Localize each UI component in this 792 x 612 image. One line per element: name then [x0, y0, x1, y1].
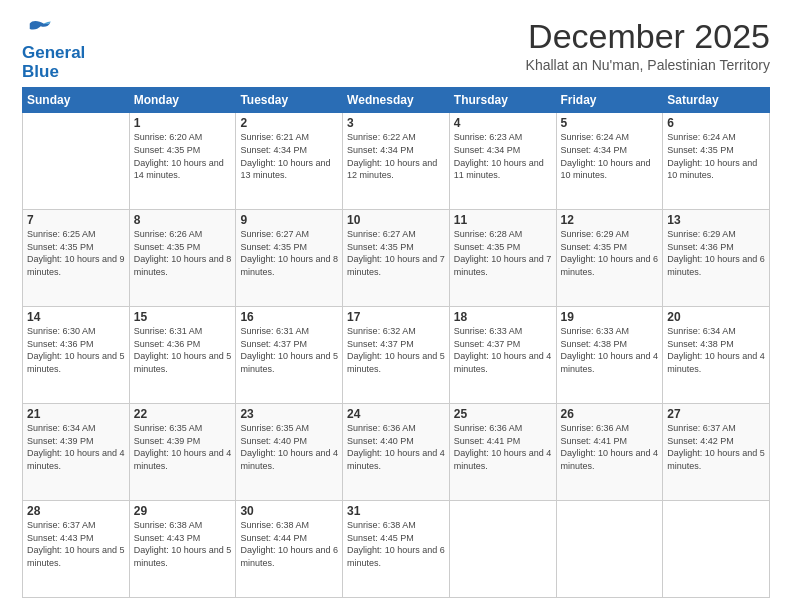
- day-number: 30: [240, 504, 338, 518]
- weekday-header-sunday: Sunday: [23, 88, 130, 113]
- logo: General Blue: [22, 18, 85, 81]
- day-cell: 17Sunrise: 6:32 AM Sunset: 4:37 PM Dayli…: [343, 307, 450, 404]
- day-number: 16: [240, 310, 338, 324]
- day-cell: 21Sunrise: 6:34 AM Sunset: 4:39 PM Dayli…: [23, 404, 130, 501]
- day-info: Sunrise: 6:31 AM Sunset: 4:37 PM Dayligh…: [240, 325, 338, 375]
- day-number: 6: [667, 116, 765, 130]
- page-header: General Blue December 2025 Khallat an Nu…: [22, 18, 770, 81]
- day-number: 23: [240, 407, 338, 421]
- day-cell: 3Sunrise: 6:22 AM Sunset: 4:34 PM Daylig…: [343, 113, 450, 210]
- day-cell: 15Sunrise: 6:31 AM Sunset: 4:36 PM Dayli…: [129, 307, 236, 404]
- day-number: 31: [347, 504, 445, 518]
- weekday-header-row: SundayMondayTuesdayWednesdayThursdayFrid…: [23, 88, 770, 113]
- day-number: 14: [27, 310, 125, 324]
- day-info: Sunrise: 6:31 AM Sunset: 4:36 PM Dayligh…: [134, 325, 232, 375]
- day-info: Sunrise: 6:35 AM Sunset: 4:40 PM Dayligh…: [240, 422, 338, 472]
- day-cell: 23Sunrise: 6:35 AM Sunset: 4:40 PM Dayli…: [236, 404, 343, 501]
- week-row-2: 7Sunrise: 6:25 AM Sunset: 4:35 PM Daylig…: [23, 210, 770, 307]
- day-cell: 24Sunrise: 6:36 AM Sunset: 4:40 PM Dayli…: [343, 404, 450, 501]
- day-number: 27: [667, 407, 765, 421]
- day-number: 10: [347, 213, 445, 227]
- day-number: 4: [454, 116, 552, 130]
- day-cell: 13Sunrise: 6:29 AM Sunset: 4:36 PM Dayli…: [663, 210, 770, 307]
- day-number: 12: [561, 213, 659, 227]
- day-cell: [663, 501, 770, 598]
- day-cell: 9Sunrise: 6:27 AM Sunset: 4:35 PM Daylig…: [236, 210, 343, 307]
- day-number: 22: [134, 407, 232, 421]
- day-number: 25: [454, 407, 552, 421]
- location-subtitle: Khallat an Nu'man, Palestinian Territory: [526, 57, 770, 73]
- day-cell: 22Sunrise: 6:35 AM Sunset: 4:39 PM Dayli…: [129, 404, 236, 501]
- day-number: 9: [240, 213, 338, 227]
- weekday-header-thursday: Thursday: [449, 88, 556, 113]
- day-info: Sunrise: 6:24 AM Sunset: 4:34 PM Dayligh…: [561, 131, 659, 181]
- day-number: 26: [561, 407, 659, 421]
- day-cell: 11Sunrise: 6:28 AM Sunset: 4:35 PM Dayli…: [449, 210, 556, 307]
- day-info: Sunrise: 6:27 AM Sunset: 4:35 PM Dayligh…: [240, 228, 338, 278]
- day-cell: 1Sunrise: 6:20 AM Sunset: 4:35 PM Daylig…: [129, 113, 236, 210]
- week-row-4: 21Sunrise: 6:34 AM Sunset: 4:39 PM Dayli…: [23, 404, 770, 501]
- day-number: 7: [27, 213, 125, 227]
- day-cell: 7Sunrise: 6:25 AM Sunset: 4:35 PM Daylig…: [23, 210, 130, 307]
- day-number: 2: [240, 116, 338, 130]
- day-cell: 25Sunrise: 6:36 AM Sunset: 4:41 PM Dayli…: [449, 404, 556, 501]
- day-number: 15: [134, 310, 232, 324]
- day-cell: 12Sunrise: 6:29 AM Sunset: 4:35 PM Dayli…: [556, 210, 663, 307]
- day-cell: 31Sunrise: 6:38 AM Sunset: 4:45 PM Dayli…: [343, 501, 450, 598]
- day-info: Sunrise: 6:36 AM Sunset: 4:41 PM Dayligh…: [454, 422, 552, 472]
- day-cell: 19Sunrise: 6:33 AM Sunset: 4:38 PM Dayli…: [556, 307, 663, 404]
- day-cell: 16Sunrise: 6:31 AM Sunset: 4:37 PM Dayli…: [236, 307, 343, 404]
- day-info: Sunrise: 6:24 AM Sunset: 4:35 PM Dayligh…: [667, 131, 765, 181]
- day-info: Sunrise: 6:33 AM Sunset: 4:37 PM Dayligh…: [454, 325, 552, 375]
- day-info: Sunrise: 6:25 AM Sunset: 4:35 PM Dayligh…: [27, 228, 125, 278]
- week-row-1: 1Sunrise: 6:20 AM Sunset: 4:35 PM Daylig…: [23, 113, 770, 210]
- day-info: Sunrise: 6:34 AM Sunset: 4:39 PM Dayligh…: [27, 422, 125, 472]
- day-cell: 26Sunrise: 6:36 AM Sunset: 4:41 PM Dayli…: [556, 404, 663, 501]
- calendar-table: SundayMondayTuesdayWednesdayThursdayFrid…: [22, 87, 770, 598]
- day-info: Sunrise: 6:27 AM Sunset: 4:35 PM Dayligh…: [347, 228, 445, 278]
- day-info: Sunrise: 6:38 AM Sunset: 4:45 PM Dayligh…: [347, 519, 445, 569]
- day-cell: [23, 113, 130, 210]
- title-area: December 2025 Khallat an Nu'man, Palesti…: [526, 18, 770, 73]
- day-info: Sunrise: 6:29 AM Sunset: 4:36 PM Dayligh…: [667, 228, 765, 278]
- day-cell: 8Sunrise: 6:26 AM Sunset: 4:35 PM Daylig…: [129, 210, 236, 307]
- day-cell: [449, 501, 556, 598]
- day-number: 20: [667, 310, 765, 324]
- month-title: December 2025: [526, 18, 770, 55]
- day-info: Sunrise: 6:32 AM Sunset: 4:37 PM Dayligh…: [347, 325, 445, 375]
- day-info: Sunrise: 6:38 AM Sunset: 4:44 PM Dayligh…: [240, 519, 338, 569]
- weekday-header-monday: Monday: [129, 88, 236, 113]
- day-number: 13: [667, 213, 765, 227]
- weekday-header-saturday: Saturday: [663, 88, 770, 113]
- day-number: 28: [27, 504, 125, 518]
- day-info: Sunrise: 6:21 AM Sunset: 4:34 PM Dayligh…: [240, 131, 338, 181]
- day-info: Sunrise: 6:37 AM Sunset: 4:43 PM Dayligh…: [27, 519, 125, 569]
- day-info: Sunrise: 6:35 AM Sunset: 4:39 PM Dayligh…: [134, 422, 232, 472]
- day-cell: 30Sunrise: 6:38 AM Sunset: 4:44 PM Dayli…: [236, 501, 343, 598]
- day-number: 19: [561, 310, 659, 324]
- day-number: 5: [561, 116, 659, 130]
- day-cell: 4Sunrise: 6:23 AM Sunset: 4:34 PM Daylig…: [449, 113, 556, 210]
- week-row-3: 14Sunrise: 6:30 AM Sunset: 4:36 PM Dayli…: [23, 307, 770, 404]
- day-cell: 28Sunrise: 6:37 AM Sunset: 4:43 PM Dayli…: [23, 501, 130, 598]
- day-info: Sunrise: 6:34 AM Sunset: 4:38 PM Dayligh…: [667, 325, 765, 375]
- logo-bird-icon: [24, 18, 52, 40]
- day-info: Sunrise: 6:23 AM Sunset: 4:34 PM Dayligh…: [454, 131, 552, 181]
- day-cell: 20Sunrise: 6:34 AM Sunset: 4:38 PM Dayli…: [663, 307, 770, 404]
- day-number: 21: [27, 407, 125, 421]
- day-info: Sunrise: 6:26 AM Sunset: 4:35 PM Dayligh…: [134, 228, 232, 278]
- weekday-header-friday: Friday: [556, 88, 663, 113]
- logo-text: General Blue: [22, 44, 85, 81]
- day-cell: 18Sunrise: 6:33 AM Sunset: 4:37 PM Dayli…: [449, 307, 556, 404]
- weekday-header-tuesday: Tuesday: [236, 88, 343, 113]
- weekday-header-wednesday: Wednesday: [343, 88, 450, 113]
- day-number: 17: [347, 310, 445, 324]
- day-cell: 6Sunrise: 6:24 AM Sunset: 4:35 PM Daylig…: [663, 113, 770, 210]
- calendar-page: General Blue December 2025 Khallat an Nu…: [0, 0, 792, 612]
- day-number: 29: [134, 504, 232, 518]
- day-info: Sunrise: 6:36 AM Sunset: 4:41 PM Dayligh…: [561, 422, 659, 472]
- day-cell: 27Sunrise: 6:37 AM Sunset: 4:42 PM Dayli…: [663, 404, 770, 501]
- day-info: Sunrise: 6:38 AM Sunset: 4:43 PM Dayligh…: [134, 519, 232, 569]
- day-cell: 5Sunrise: 6:24 AM Sunset: 4:34 PM Daylig…: [556, 113, 663, 210]
- day-info: Sunrise: 6:29 AM Sunset: 4:35 PM Dayligh…: [561, 228, 659, 278]
